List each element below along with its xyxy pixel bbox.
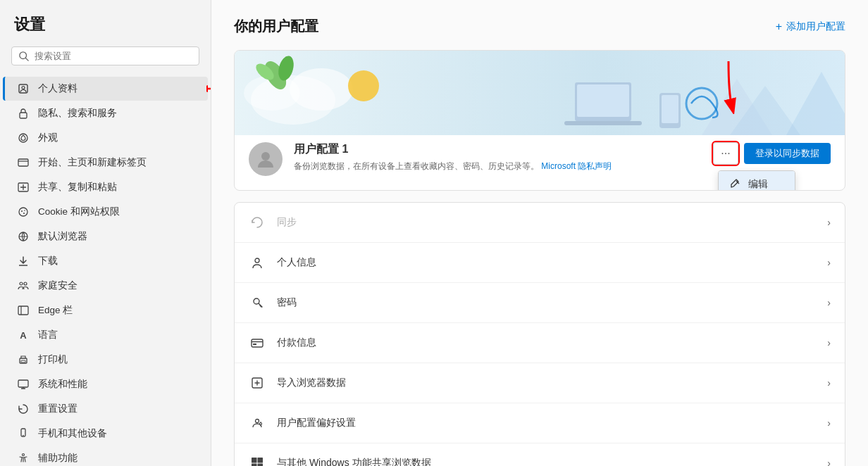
avatar xyxy=(249,142,283,176)
sidebar-item-startup[interactable]: 开始、主页和新建标签页 xyxy=(3,151,208,175)
sidebar-item-system[interactable]: 系统和性能 xyxy=(3,372,208,396)
edge-bar-icon xyxy=(17,304,30,317)
settings-menu-list: 同步 › 个人信息 › 密码 › xyxy=(234,202,845,466)
main-content: 你的用户配置 + 添加用户配置 xyxy=(211,0,868,466)
search-box[interactable] xyxy=(11,46,199,65)
sync-button-label: 登录以同步数据 xyxy=(755,148,819,158)
sidebar-item-cookies-label: Cookie 和网站权限 xyxy=(38,206,120,218)
import-icon xyxy=(249,374,266,391)
sidebar-item-edge-bar[interactable]: Edge 栏 xyxy=(3,298,208,322)
svg-rect-62 xyxy=(258,458,264,463)
sidebar-item-reset[interactable]: 重置设置 xyxy=(3,397,208,421)
svg-point-48 xyxy=(261,152,270,160)
svg-rect-61 xyxy=(252,458,257,463)
profile-actions: ··· 登录以同步数据 编辑 xyxy=(713,142,831,165)
main-header: 你的用户配置 + 添加用户配置 xyxy=(234,17,845,36)
svg-point-28 xyxy=(23,454,25,456)
three-dots-button[interactable]: ··· xyxy=(713,142,738,165)
preferences-icon xyxy=(249,415,266,432)
chevron-right-icon-5: › xyxy=(827,377,831,389)
dropdown-menu: 编辑 删除 xyxy=(718,170,795,191)
privacy-link[interactable]: Microsoft 隐私声明 xyxy=(541,161,612,171)
sidebar-item-appearance-label: 外观 xyxy=(38,132,58,144)
sidebar-item-edge-bar-label: Edge 栏 xyxy=(38,304,73,317)
menu-item-payment[interactable]: 付款信息 › xyxy=(235,323,845,363)
svg-rect-63 xyxy=(252,464,257,467)
menu-item-personal-info[interactable]: 个人信息 › xyxy=(235,243,845,283)
password-icon xyxy=(249,294,266,311)
svg-point-14 xyxy=(24,210,25,211)
downloads-icon xyxy=(17,255,30,267)
sidebar-item-family[interactable]: 家庭安全 xyxy=(3,274,208,298)
menu-item-password[interactable]: 密码 › xyxy=(235,283,845,323)
chevron-right-icon-6: › xyxy=(827,417,831,429)
profile-content: 用户配置 1 备份浏览数据，在所有设备上查看收藏内容、密码、历史记录等。 Mic… xyxy=(249,142,831,176)
menu-item-preferences[interactable]: 用户配置偏好设置 › xyxy=(235,403,845,443)
profile-name: 用户配置 1 xyxy=(294,142,702,157)
profile-banner xyxy=(235,51,845,135)
accessibility-icon xyxy=(17,452,30,465)
svg-point-34 xyxy=(348,70,379,101)
main-title: 你的用户配置 xyxy=(234,17,318,36)
appearance-icon xyxy=(17,132,30,144)
startup-icon xyxy=(17,156,30,169)
menu-item-import-label: 导入浏览器数据 xyxy=(277,377,816,389)
three-dots-label: ··· xyxy=(721,147,730,160)
personal-info-icon xyxy=(249,254,266,271)
menu-item-import[interactable]: 导入浏览器数据 › xyxy=(235,363,845,403)
svg-point-57 xyxy=(256,420,259,423)
dropdown-edit-item[interactable]: 编辑 xyxy=(719,171,795,191)
svg-rect-22 xyxy=(21,360,25,363)
dropdown-edit-label: 编辑 xyxy=(748,178,768,191)
svg-point-3 xyxy=(22,87,25,89)
profile-desc-text: 备份浏览数据，在所有设备上查看收藏内容、密码、历史记录等。 xyxy=(294,161,539,171)
profile-info: 用户配置 1 备份浏览数据，在所有设备上查看收藏内容、密码、历史记录等。 Mic… xyxy=(294,142,702,172)
svg-point-13 xyxy=(23,213,25,214)
sidebar-item-share[interactable]: 共享、复制和粘贴 xyxy=(3,175,208,199)
profile-card: 用户配置 1 备份浏览数据，在所有设备上查看收藏内容、密码、历史记录等。 Mic… xyxy=(234,50,845,191)
menu-item-windows[interactable]: 与其他 Windows 功能共享浏览数据 › xyxy=(235,443,845,466)
payment-icon xyxy=(249,334,266,351)
edit-icon xyxy=(730,179,741,190)
chevron-right-icon-7: › xyxy=(827,458,831,466)
menu-item-payment-label: 付款信息 xyxy=(277,336,816,349)
language-icon: A xyxy=(17,329,30,341)
menu-item-password-label: 密码 xyxy=(277,296,816,309)
sidebar-item-cookies[interactable]: Cookie 和网站权限 xyxy=(3,200,208,224)
menu-item-preferences-label: 用户配置偏好设置 xyxy=(277,417,816,429)
cookies-icon xyxy=(17,206,30,218)
sidebar-item-downloads[interactable]: 下载 xyxy=(3,249,208,273)
add-profile-button[interactable]: + 添加用户配置 xyxy=(776,20,845,33)
sidebar-item-accessibility[interactable]: 辅助功能 xyxy=(3,446,208,466)
sidebar-item-mobile[interactable]: 手机和其他设备 xyxy=(3,422,208,446)
privacy-icon xyxy=(17,107,30,120)
sidebar-item-privacy[interactable]: 隐私、搜索和服务 xyxy=(3,101,208,125)
sidebar-item-print[interactable]: 打印机 xyxy=(3,348,208,372)
menu-item-sync-label: 同步 xyxy=(277,216,816,229)
sidebar-item-appearance[interactable]: 外观 xyxy=(3,126,208,150)
search-input[interactable] xyxy=(35,51,192,61)
sidebar: 设置 个人资料 隐私、搜索和服务 xyxy=(0,0,211,466)
sidebar-item-family-label: 家庭安全 xyxy=(38,279,78,292)
menu-item-sync[interactable]: 同步 › xyxy=(235,203,845,243)
svg-rect-53 xyxy=(252,339,263,347)
sidebar-title: 设置 xyxy=(0,14,211,46)
svg-rect-64 xyxy=(258,464,264,467)
mobile-icon xyxy=(17,427,30,440)
menu-item-windows-label: 与其他 Windows 功能共享浏览数据 xyxy=(277,457,816,466)
red-arrow-icon xyxy=(206,82,211,96)
sidebar-item-reset-label: 重置设置 xyxy=(38,403,78,415)
sidebar-item-privacy-label: 隐私、搜索和服务 xyxy=(38,107,117,120)
chevron-right-icon-4: › xyxy=(827,337,831,348)
add-profile-label: 添加用户配置 xyxy=(786,20,845,33)
sidebar-item-profile[interactable]: 个人资料 xyxy=(3,77,208,101)
svg-line-1 xyxy=(25,58,28,61)
svg-point-51 xyxy=(255,258,259,263)
sync-button[interactable]: 登录以同步数据 xyxy=(744,143,831,164)
sidebar-item-accessibility-label: 辅助功能 xyxy=(38,452,78,465)
chevron-right-icon: › xyxy=(827,217,831,228)
sidebar-item-print-label: 打印机 xyxy=(38,353,68,366)
windows-icon xyxy=(249,455,266,466)
sidebar-item-language[interactable]: A 语言 xyxy=(3,323,208,347)
sidebar-item-default-browser[interactable]: 默认浏览器 xyxy=(3,225,208,248)
